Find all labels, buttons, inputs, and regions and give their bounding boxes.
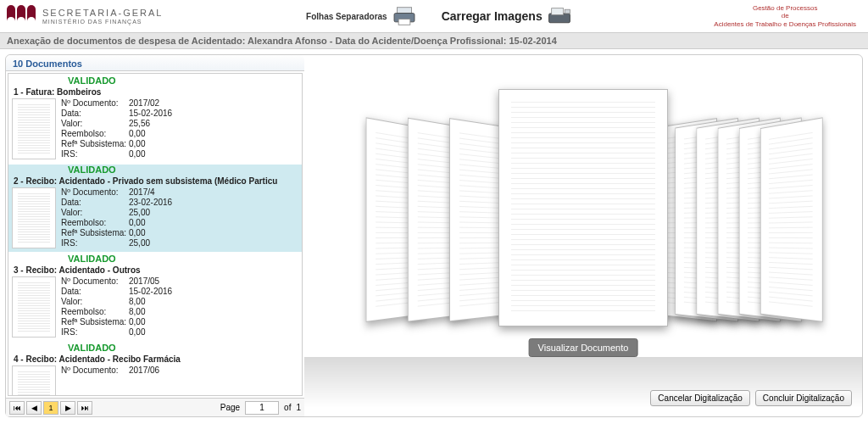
logo-icon [7, 5, 36, 27]
doc-thumbnail[interactable] [12, 276, 56, 338]
coverflow[interactable] [304, 55, 862, 416]
doc-thumbnail[interactable] [12, 365, 56, 395]
doc-list-scroll[interactable]: VALIDADO 1 - Fatura: Bombeiros Nº Docume… [8, 74, 302, 395]
doc-thumbnail[interactable] [12, 187, 56, 248]
printer-icon[interactable] [392, 6, 416, 26]
panel-title: 10 Documentos [6, 55, 304, 71]
main-area: 10 Documentos VALIDADO 1 - Fatura: Bombe… [5, 54, 863, 417]
page-next-button[interactable]: ▶ [60, 401, 75, 415]
org-subtitle: MINISTÉRIO DAS FINANÇAS [42, 19, 163, 25]
page-subtitle: Anexação de documentos de despesa de Aci… [0, 32, 868, 49]
doc-title: 4 - Recibo: Acidentado - Recibo Farmácia [14, 354, 298, 364]
visualizar-button[interactable]: Visualizar Documento [529, 338, 638, 357]
svg-rect-4 [551, 8, 563, 15]
header-left: SECRETARIA-GERAL MINISTÉRIO DAS FINANÇAS [7, 5, 163, 27]
doc-fields: Nº Documento:2017/06 Data:05-02-2016 [61, 365, 231, 395]
doc-item[interactable]: VALIDADO 4 - Recibo: Acidentado - Recibo… [8, 343, 302, 395]
page-label: Page [220, 403, 240, 412]
paginator: ⏮ ◀ 1 ▶ ⏭ Page of 1 [6, 398, 304, 416]
page-first-button[interactable]: ⏮ [9, 401, 25, 415]
page-thumb-right-6[interactable] [760, 117, 823, 322]
doc-title: 1 - Fatura: Bombeiros [14, 87, 298, 97]
org-name-block: SECRETARIA-GERAL MINISTÉRIO DAS FINANÇAS [42, 8, 163, 25]
doc-item[interactable]: VALIDADO 3 - Recibo: Acidentado - Outros… [8, 254, 302, 341]
svg-rect-0 [397, 8, 411, 14]
org-name: SECRETARIA-GERAL [42, 8, 163, 18]
doc-list: VALIDADO 1 - Fatura: Bombeiros Nº Docume… [8, 73, 303, 396]
doc-thumbnail[interactable] [12, 98, 56, 159]
page-input[interactable] [245, 401, 279, 415]
doc-item[interactable]: VALIDADO 2 - Recibo: Acidentado - Privad… [8, 165, 302, 252]
cancel-button[interactable]: Cancelar Digitalização [650, 390, 750, 406]
footer-actions: Cancelar Digitalização Concluir Digitali… [650, 390, 852, 406]
page-of-label: of [284, 403, 291, 412]
page-total: 1 [296, 403, 301, 412]
page-thumb-center[interactable] [498, 89, 668, 326]
documents-panel: 10 Documentos VALIDADO 1 - Fatura: Bombe… [6, 55, 304, 416]
app-title-line1: Gestão de Processos [714, 4, 856, 13]
page-last-button[interactable]: ⏭ [77, 401, 92, 415]
viewer-panel: Visualizar Documento [304, 55, 862, 416]
doc-fields: Nº Documento:2017/4 Data:23-02-2016Valor… [61, 187, 231, 248]
doc-fields: Nº Documento:2017/05 Data:15-02-2016Valo… [61, 276, 231, 338]
doc-fields: Nº Documento:2017/02 Data:15-02-2016Valo… [61, 98, 231, 159]
app-title-line3: Acidentes de Trabalho e Doenças Profissi… [714, 20, 856, 29]
header-center: Folhas Separadoras Carregar Imagens [306, 6, 571, 26]
carregar-group[interactable]: Carregar Imagens [442, 6, 571, 26]
app-header: SECRETARIA-GERAL MINISTÉRIO DAS FINANÇAS… [0, 0, 868, 32]
doc-status: VALIDADO [68, 343, 298, 353]
scanner-icon[interactable] [548, 6, 571, 26]
folhas-group[interactable]: Folhas Separadoras [306, 6, 416, 26]
page-prev-button[interactable]: ◀ [26, 401, 42, 415]
svg-rect-2 [398, 19, 410, 25]
carregar-label: Carregar Imagens [442, 9, 542, 23]
doc-status: VALIDADO [68, 165, 298, 175]
header-right: Gestão de Processos de Acidentes de Trab… [714, 4, 861, 29]
doc-item[interactable]: VALIDADO 1 - Fatura: Bombeiros Nº Docume… [8, 75, 302, 163]
app-title-line2: de [714, 12, 856, 20]
doc-title: 3 - Recibo: Acidentado - Outros [14, 265, 298, 275]
doc-status: VALIDADO [68, 75, 298, 86]
folhas-label: Folhas Separadoras [306, 12, 387, 21]
page-1-button[interactable]: 1 [43, 401, 58, 415]
doc-status: VALIDADO [68, 254, 298, 264]
finish-button[interactable]: Concluir Digitalização [755, 390, 852, 406]
svg-rect-5 [565, 9, 570, 14]
doc-title: 2 - Recibo: Acidentado - Privado sem sub… [14, 176, 298, 186]
